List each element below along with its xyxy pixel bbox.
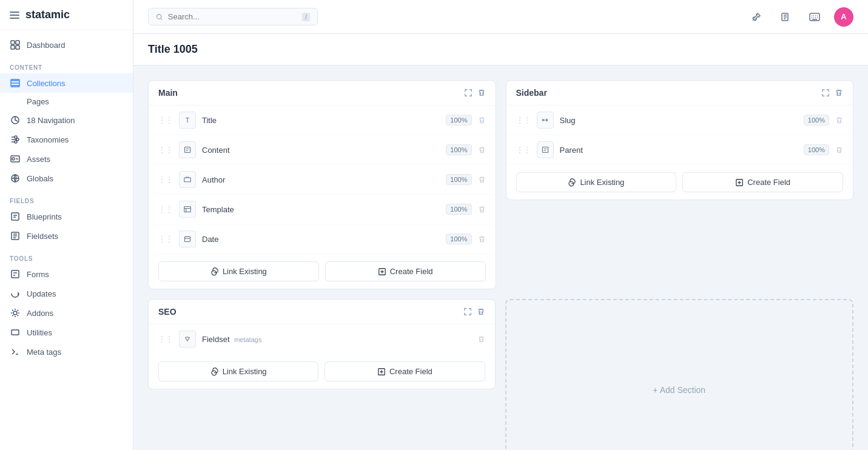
sidebar-item-addons[interactable]: Addons	[0, 303, 133, 323]
content-section-label: CONTENT	[0, 55, 133, 73]
sidebar-expand-button[interactable]	[821, 89, 830, 97]
field-row-parent: ⋮⋮ Parent 100%	[506, 135, 853, 165]
template-field-name: Template	[202, 205, 440, 214]
sidebar-item-forms[interactable]: Forms	[0, 264, 133, 284]
fieldsets-icon	[10, 230, 21, 241]
sidebar-create-field-button[interactable]: Create Field	[682, 172, 843, 192]
sidebar-item-utilities[interactable]: Utilities	[0, 323, 133, 342]
sidebar-item-dashboard[interactable]: Dashboard	[0, 35, 133, 55]
sidebar-item-fieldsets[interactable]: Fieldsets	[0, 226, 133, 246]
svg-rect-16	[12, 330, 19, 335]
collections-icon	[10, 78, 21, 89]
seo-card-actions	[463, 307, 485, 316]
field-row-content: ⋮⋮ Content 100%	[149, 135, 496, 165]
template-field-delete[interactable]	[478, 206, 486, 213]
sidebar-item-navigation[interactable]: 18 Navigation	[0, 110, 133, 130]
main-section-card: Main	[148, 80, 496, 289]
sidebar-blueprints-label: Blueprints	[27, 212, 62, 221]
main-card-footer: Link Existing Create Field	[149, 254, 496, 289]
page-title: Title 1005	[148, 43, 198, 56]
svg-rect-2	[11, 45, 15, 49]
dashboard-icon	[10, 39, 21, 50]
svg-rect-0	[11, 41, 15, 44]
slug-field-icon	[537, 112, 554, 129]
fieldset-tag: metatags	[234, 336, 261, 343]
template-field-icon	[179, 201, 196, 218]
sidebar-item-taxonomies[interactable]: Taxonomies	[0, 130, 133, 149]
sidebar-section-card: Sidebar	[506, 80, 854, 200]
sidebar-taxonomies-label: Taxonomies	[27, 135, 69, 144]
parent-field-name: Parent	[560, 146, 798, 155]
drag-handle[interactable]: ⋮⋮	[516, 146, 531, 154]
fieldset-delete[interactable]	[477, 335, 485, 343]
author-field-icon	[179, 171, 196, 188]
main-expand-button[interactable]	[464, 89, 473, 97]
sidebar-item-globals[interactable]: Globals	[0, 169, 133, 188]
sidebar-link-existing-button[interactable]: Link Existing	[516, 172, 677, 192]
book-icon-button[interactable]	[776, 7, 795, 27]
sidebar-item-metatags[interactable]: Meta tags	[0, 342, 133, 361]
user-avatar[interactable]: A	[834, 7, 853, 27]
drag-handle[interactable]: ⋮⋮	[158, 175, 173, 184]
tools-section-label: TOOLS	[0, 246, 133, 264]
svg-point-24	[542, 119, 543, 121]
keyboard-icon-button[interactable]	[805, 7, 824, 27]
field-row-slug: ⋮⋮ Slug 100%	[506, 106, 853, 135]
sidebar-addons-label: Addons	[27, 309, 53, 318]
hamburger-menu[interactable]	[10, 12, 19, 19]
author-field-delete[interactable]	[478, 176, 486, 184]
pin-icon-button[interactable]	[747, 7, 766, 27]
content-area: Main	[133, 65, 868, 450]
seo-link-existing-button[interactable]: Link Existing	[158, 361, 318, 381]
sidebar-item-blueprints[interactable]: Blueprints	[0, 207, 133, 226]
sidebar-assets-label: Assets	[27, 155, 50, 164]
sidebar-item-updates[interactable]: Updates	[0, 284, 133, 303]
svg-rect-25	[542, 147, 548, 153]
parent-field-delete[interactable]	[835, 146, 843, 154]
parent-field-icon	[537, 141, 554, 158]
main-link-existing-button[interactable]: Link Existing	[158, 261, 319, 281]
sidebar-utilities-label: Utilities	[27, 328, 52, 337]
sidebar-dashboard-label: Dashboard	[27, 41, 66, 50]
metatags-icon	[10, 346, 21, 357]
sidebar-nav: Dashboard CONTENT Collections Pages 18	[0, 30, 133, 450]
add-section-label: + Add Section	[653, 385, 705, 395]
seo-expand-button[interactable]	[463, 307, 472, 316]
search-icon	[156, 13, 163, 21]
seo-create-field-button[interactable]: Create Field	[325, 361, 485, 381]
main-delete-button[interactable]	[477, 89, 486, 97]
author-field-badge: 100%	[446, 174, 471, 185]
svg-rect-3	[16, 45, 19, 49]
drag-handle[interactable]: ⋮⋮	[158, 205, 173, 213]
main-create-field-button[interactable]: Create Field	[325, 261, 486, 281]
content-field-icon	[179, 141, 196, 158]
main-link-existing-label: Link Existing	[223, 267, 267, 276]
seo-create-field-label: Create Field	[389, 367, 432, 376]
drag-handle[interactable]: ⋮⋮	[158, 116, 173, 124]
sidebar-item-pages[interactable]: Pages	[0, 93, 133, 110]
sidebar-create-field-label: Create Field	[747, 178, 790, 187]
sidebar-card-title: Sidebar	[516, 88, 547, 98]
content-field-name: Content	[202, 146, 440, 155]
sidebar-item-assets[interactable]: Assets	[0, 149, 133, 169]
main-area: / A Ti	[133, 0, 868, 450]
drag-handle[interactable]: ⋮⋮	[158, 335, 173, 343]
slug-field-delete[interactable]	[835, 116, 843, 124]
date-field-delete[interactable]	[478, 235, 486, 243]
title-field-delete[interactable]	[478, 116, 486, 124]
brand-logo: statamic	[25, 8, 70, 21]
content-field-delete[interactable]	[478, 146, 486, 154]
sidebar-delete-button[interactable]	[835, 89, 843, 97]
seo-delete-button[interactable]	[477, 307, 485, 316]
fieldset-name: Fieldset metatags	[202, 335, 471, 344]
top-row: Main	[148, 80, 853, 289]
sidebar-pages-label: Pages	[27, 97, 49, 106]
drag-handle[interactable]: ⋮⋮	[158, 146, 173, 154]
search-box[interactable]: /	[148, 8, 318, 25]
search-input[interactable]	[168, 12, 297, 21]
add-section-card[interactable]: + Add Section	[505, 299, 854, 450]
bottom-row: SEO	[148, 299, 853, 450]
sidebar-item-collections[interactable]: Collections	[0, 73, 133, 93]
drag-handle[interactable]: ⋮⋮	[158, 235, 173, 243]
drag-handle[interactable]: ⋮⋮	[516, 116, 531, 124]
